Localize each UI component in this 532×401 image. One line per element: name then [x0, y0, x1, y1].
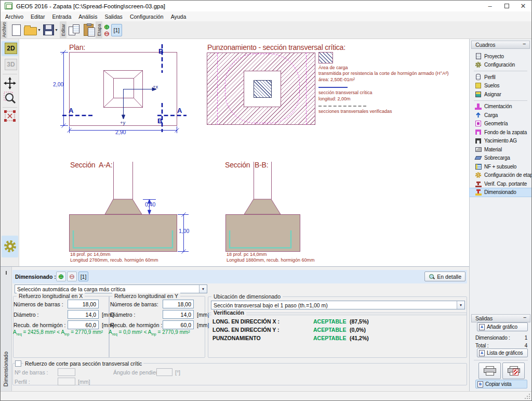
shear-checkbox[interactable] [15, 360, 21, 367]
sidebar-item-dimensionado[interactable]: Dimensionado [470, 188, 531, 197]
sidebar-item-label: Configuración de etapa [484, 172, 531, 178]
gy-diameter-input[interactable] [163, 310, 194, 319]
view-3d-button[interactable]: 3D [5, 59, 17, 70]
legend-verified-swatch [318, 106, 366, 107]
open-dropdown-arrow[interactable]: ▼ [37, 28, 42, 32]
cuadros-minimize-button[interactable]: – [523, 41, 526, 47]
remove-dimensioning-button[interactable]: ⊖ [67, 271, 77, 281]
zoom-tool-icon[interactable] [3, 91, 17, 105]
load-case-combo-arrow[interactable]: ▼ [199, 285, 207, 293]
menu-configuración[interactable]: Configuración [126, 12, 167, 21]
remove-stage-icon[interactable]: ⊖ [104, 30, 110, 37]
left-tool-strip: 2D 3D [1, 39, 19, 266]
print-selection-button[interactable] [502, 363, 525, 379]
verif-row-status-1: ACEPTABLE [313, 327, 346, 333]
list-graphics-button[interactable]: A Lista de gráficos [477, 348, 528, 357]
load-case-combo[interactable]: Selección automática de la carga más crí… [15, 284, 207, 293]
save-icon[interactable] [43, 24, 54, 35]
save-dropdown-arrow[interactable]: ▼ [54, 28, 59, 32]
legend-area-line1: Área de carga [318, 65, 348, 70]
menu-archivo[interactable]: Archivo [2, 12, 27, 21]
gx-cover-input[interactable] [68, 320, 99, 329]
sidebar-item-asignar[interactable]: Asignar [470, 90, 531, 99]
paste-icon[interactable] [84, 24, 94, 36]
gy-cover-input[interactable] [163, 320, 194, 329]
sidebar-item-label: Dimensionado [484, 189, 516, 195]
new-file-icon[interactable] [12, 24, 21, 36]
sidebar-item-fondo[interactable]: Fondo de la zapata [470, 128, 531, 137]
suelos-icon [475, 82, 482, 89]
maximize-button[interactable] [498, 1, 515, 11]
plan-title: Plan: [69, 43, 85, 51]
fondo-icon [475, 129, 482, 136]
copy-view-button[interactable]: B Copiar vista [475, 380, 527, 389]
sidebar-item-config_etapa[interactable]: Configuración de etapa [470, 171, 531, 180]
sidebar-item-material[interactable]: Material [470, 145, 531, 154]
shear-angle-input[interactable] [156, 368, 172, 376]
menu-entrada[interactable]: Entrada [48, 12, 75, 21]
configuracion-icon [475, 61, 482, 68]
dimensionado-tab[interactable]: Dimensionado [1, 267, 12, 391]
salidas-dimensionado-label: Dimensionado : [475, 335, 510, 341]
section-bb-title-word1: Sección [225, 161, 250, 169]
sidebar-item-yacimiento[interactable]: Yacimiento AG [470, 137, 531, 146]
gy-bars-input[interactable] [163, 300, 194, 308]
close-button[interactable]: ✕ [515, 1, 531, 11]
menu-análisis[interactable]: Análisis [75, 12, 101, 21]
toolbar-group-editar: Editar [60, 21, 66, 39]
dimensionado-icon [475, 189, 482, 196]
sidebar-item-suelos[interactable]: Suelos [470, 82, 531, 90]
sidebar-item-label: NF + subsuelo [484, 164, 516, 170]
punching-verified-section-right [306, 53, 307, 125]
add-stage-icon[interactable]: ⊕ [104, 23, 110, 30]
sidebar-item-configuracion[interactable]: Configuración [470, 61, 531, 70]
toolbar-group-archivo: Archivo [1, 21, 7, 39]
sidebar-item-verif[interactable]: Verif. Cap. portante [470, 179, 531, 188]
location-combo[interactable]: Sección transversal bajo el 1 paso (th.=… [211, 301, 465, 309]
sidebar-item-geometria[interactable]: Geometría [470, 120, 531, 128]
print-button[interactable] [478, 363, 501, 379]
stage-1-button[interactable]: [1] [111, 24, 122, 36]
sidebar-item-label: Sobrecarga [484, 155, 510, 161]
bottom-header-title: Dimensionado : [15, 274, 56, 280]
sidebar-item-perfil[interactable]: Perfil [470, 73, 531, 82]
detail-button[interactable]: En detalle [424, 271, 466, 281]
sidebar-item-sobrecarga[interactable]: Sobrecarga [470, 154, 531, 163]
gx-diameter-input[interactable] [68, 310, 99, 319]
dimensioning-1-button[interactable]: [1] [78, 271, 88, 281]
sidebar-item-proyecto[interactable]: Proyecto [470, 52, 531, 61]
status-bar [1, 391, 531, 400]
pan-tool-icon[interactable] [4, 77, 16, 89]
gx-bars-label: Números de barras : [14, 301, 63, 307]
sidebar-item-cimentacion[interactable]: Cimentación [470, 102, 531, 111]
shear-bars-label: Nº de barras : [15, 369, 48, 376]
carga-icon [475, 112, 482, 119]
add-dimensioning-button[interactable]: ⊕ [56, 271, 66, 281]
sidebar-item-carga[interactable]: Carga [470, 111, 531, 120]
add-graphic-button[interactable]: A Añadir gráfico [477, 322, 528, 331]
copy-icon[interactable] [69, 24, 81, 36]
minimize-button[interactable]: – [482, 1, 498, 11]
shear-profile-input[interactable] [58, 378, 75, 385]
resize-grip[interactable] [525, 394, 530, 399]
salidas-dimensionado-row: Dimensionado : 1 [475, 334, 527, 341]
menu-ayuda[interactable]: Ayuda [167, 12, 190, 21]
gx-bars-input[interactable] [68, 300, 99, 308]
menu-salidas[interactable]: Salidas [101, 12, 126, 21]
view-2d-button[interactable]: 2D [5, 43, 17, 54]
salidas-minimize-button[interactable]: – [523, 314, 526, 320]
salidas-dimensionado-value: 1 [525, 335, 527, 341]
verif-row-pct-1: (0,0%) [350, 327, 366, 333]
perfil-icon [475, 74, 482, 81]
sidebar-item-nf[interactable]: NF + subsuelo [470, 162, 531, 171]
location-combo-arrow[interactable]: ▼ [457, 301, 464, 309]
shear-bars-input[interactable] [58, 368, 75, 376]
yacimiento-icon [475, 137, 482, 144]
open-file-icon[interactable] [24, 27, 37, 35]
gx-cover-label: Recub. de hormigón : [14, 322, 65, 328]
fit-view-icon[interactable] [4, 110, 16, 122]
section-aa-note2: Longitud 2780mm, recub. hormigón 60mm [70, 257, 158, 263]
verif-row-label-2: PUNZONAMIENTO [212, 335, 261, 341]
drawing-settings-gear-icon[interactable] [4, 240, 17, 253]
menu-editar[interactable]: Editar [27, 12, 48, 21]
